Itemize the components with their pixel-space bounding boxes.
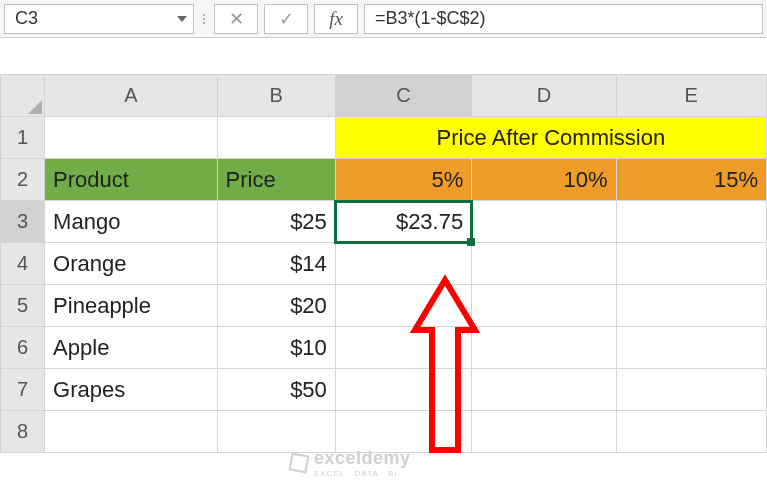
row-3: 3 Mango $25 $23.75 xyxy=(1,201,767,243)
col-header-b[interactable]: B xyxy=(217,75,335,117)
check-icon: ✓ xyxy=(279,8,294,30)
col-header-d[interactable]: D xyxy=(472,75,616,117)
cell-c8[interactable] xyxy=(335,411,471,453)
col-header-a[interactable]: A xyxy=(45,75,217,117)
insert-function-button[interactable]: fx xyxy=(314,4,358,34)
row-4: 4 Orange $14 xyxy=(1,243,767,285)
cell-c3-selected[interactable]: $23.75 xyxy=(335,201,471,243)
row-8: 8 xyxy=(1,411,767,453)
row-header-2[interactable]: 2 xyxy=(1,159,45,201)
cell-d4[interactable] xyxy=(472,243,616,285)
cell-a7[interactable]: Grapes xyxy=(45,369,217,411)
cell-b1[interactable] xyxy=(217,117,335,159)
spreadsheet-grid: A B C D E 1 Price After Commission 2 Pro… xyxy=(0,74,767,453)
cell-a3[interactable]: Mango xyxy=(45,201,217,243)
cell-c3-value: $23.75 xyxy=(396,209,463,234)
cell-e6[interactable] xyxy=(616,327,766,369)
cell-e8[interactable] xyxy=(616,411,766,453)
cell-a5[interactable]: Pineapple xyxy=(45,285,217,327)
cell-a8[interactable] xyxy=(45,411,217,453)
cell-b2[interactable]: Price xyxy=(217,159,335,201)
row-header-5[interactable]: 5 xyxy=(1,285,45,327)
cell-d8[interactable] xyxy=(472,411,616,453)
cell-c7[interactable] xyxy=(335,369,471,411)
confirm-button[interactable]: ✓ xyxy=(264,4,308,34)
cell-b8[interactable] xyxy=(217,411,335,453)
row-7: 7 Grapes $50 xyxy=(1,369,767,411)
formula-text: =B3*(1-$C$2) xyxy=(375,8,486,29)
logo-icon xyxy=(289,453,310,474)
cell-d6[interactable] xyxy=(472,327,616,369)
cell-e7[interactable] xyxy=(616,369,766,411)
row-header-7[interactable]: 7 xyxy=(1,369,45,411)
name-box-value: C3 xyxy=(15,8,38,29)
ribbon-gap xyxy=(0,38,767,74)
row-2: 2 Product Price 5% 10% 15% xyxy=(1,159,767,201)
fill-handle[interactable] xyxy=(467,238,475,246)
column-header-row: A B C D E xyxy=(1,75,767,117)
cell-b3[interactable]: $25 xyxy=(217,201,335,243)
separator-icon xyxy=(200,7,208,31)
cell-b6[interactable]: $10 xyxy=(217,327,335,369)
cell-c5[interactable] xyxy=(335,285,471,327)
cell-a6[interactable]: Apple xyxy=(45,327,217,369)
cell-a1[interactable] xyxy=(45,117,217,159)
cell-a4[interactable]: Orange xyxy=(45,243,217,285)
cell-b4[interactable]: $14 xyxy=(217,243,335,285)
cell-e5[interactable] xyxy=(616,285,766,327)
cell-d5[interactable] xyxy=(472,285,616,327)
row-header-6[interactable]: 6 xyxy=(1,327,45,369)
col-header-e[interactable]: E xyxy=(616,75,766,117)
row-5: 5 Pineapple $20 xyxy=(1,285,767,327)
formula-bar: C3 ✕ ✓ fx =B3*(1-$C$2) xyxy=(0,0,767,38)
row-header-8[interactable]: 8 xyxy=(1,411,45,453)
cell-c4[interactable] xyxy=(335,243,471,285)
formula-input[interactable]: =B3*(1-$C$2) xyxy=(364,4,763,34)
cell-d2[interactable]: 10% xyxy=(472,159,616,201)
cell-e2[interactable]: 15% xyxy=(616,159,766,201)
row-header-1[interactable]: 1 xyxy=(1,117,45,159)
x-icon: ✕ xyxy=(229,8,244,30)
row-header-4[interactable]: 4 xyxy=(1,243,45,285)
cell-d7[interactable] xyxy=(472,369,616,411)
select-all-corner[interactable] xyxy=(1,75,45,117)
watermark-sub: EXCEL · DATA · BI xyxy=(314,469,411,478)
fx-icon: fx xyxy=(329,8,343,30)
chevron-down-icon[interactable] xyxy=(177,16,187,22)
cell-e4[interactable] xyxy=(616,243,766,285)
col-header-c[interactable]: C xyxy=(335,75,471,117)
cell-d3[interactable] xyxy=(472,201,616,243)
name-box[interactable]: C3 xyxy=(4,4,194,34)
row-1: 1 Price After Commission xyxy=(1,117,767,159)
row-header-3[interactable]: 3 xyxy=(1,201,45,243)
cancel-button[interactable]: ✕ xyxy=(214,4,258,34)
cell-b7[interactable]: $50 xyxy=(217,369,335,411)
merged-header[interactable]: Price After Commission xyxy=(335,117,766,159)
cell-c6[interactable] xyxy=(335,327,471,369)
cell-a2[interactable]: Product xyxy=(45,159,217,201)
cell-e3[interactable] xyxy=(616,201,766,243)
cell-b5[interactable]: $20 xyxy=(217,285,335,327)
row-6: 6 Apple $10 xyxy=(1,327,767,369)
cell-c2[interactable]: 5% xyxy=(335,159,471,201)
